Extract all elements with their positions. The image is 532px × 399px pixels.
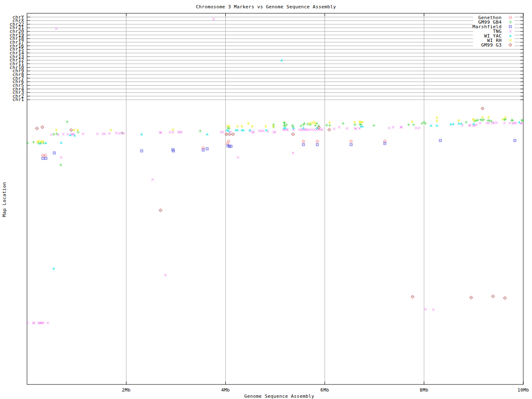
series-marshfield bbox=[42, 139, 516, 160]
plot-frame bbox=[27, 13, 523, 384]
x-tick-label: 8Mb bbox=[420, 387, 429, 393]
x-tick-label: 10Mb bbox=[517, 387, 529, 393]
y-tick-labels: chrYchrXchr22chr21chr20chr19chr18chr17ch… bbox=[10, 15, 24, 103]
series-genethon bbox=[41, 140, 386, 157]
series-gm99-g3 bbox=[35, 107, 507, 300]
gridlines bbox=[29, 13, 523, 384]
plot-canvas: chrYchrXchr22chr21chr20chr19chr18chr17ch… bbox=[0, 0, 532, 399]
series-wi-yac bbox=[38, 59, 521, 270]
chromosome-marker-plot: Chromosome 3 Markers vs Genome Sequence … bbox=[0, 0, 532, 399]
series-wi-rh bbox=[36, 116, 507, 143]
x-tick-label: 2Mb bbox=[122, 387, 131, 393]
x-tick-label: 6Mb bbox=[320, 387, 329, 393]
x-tick-labels: 2Mb4Mb6Mb8Mb10Mb bbox=[122, 387, 529, 393]
y-tick-label: chr1 bbox=[12, 97, 24, 102]
legend-label: GM99 G3 bbox=[481, 42, 502, 48]
x-tick-label: 4Mb bbox=[221, 387, 230, 393]
